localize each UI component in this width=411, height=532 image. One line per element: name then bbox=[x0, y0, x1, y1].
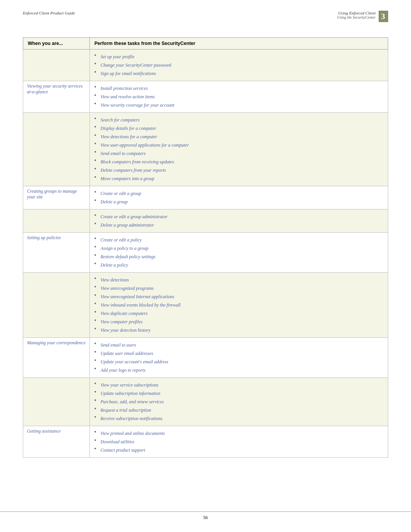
task-item: Delete a group administrator bbox=[94, 221, 384, 229]
task-item: Update user email addresses bbox=[94, 349, 384, 358]
header-main-title: Using Enforced Client bbox=[337, 11, 376, 15]
row-tasks-5: Create or edit a policyAssign a policy t… bbox=[90, 233, 388, 273]
task-item: Download utilities bbox=[94, 438, 384, 446]
row-label-8 bbox=[23, 378, 90, 426]
task-item: Update subscription information bbox=[94, 389, 384, 398]
task-item: View your service subscriptions bbox=[94, 381, 384, 389]
task-item: View inbound events blocked by the firew… bbox=[94, 301, 384, 309]
row-label-4 bbox=[23, 209, 90, 233]
page-footer: 56 bbox=[0, 511, 411, 521]
task-item: Create or edit a group bbox=[94, 189, 384, 198]
task-item: Send email to users bbox=[94, 341, 384, 349]
task-item: View security coverage for your account bbox=[94, 101, 384, 109]
row-label-3: Creating groups to manage your site bbox=[23, 186, 90, 209]
task-item: View detections bbox=[94, 276, 384, 284]
task-item: Delete computers from your reports bbox=[94, 166, 384, 174]
col1-header: When you are... bbox=[23, 38, 90, 50]
header-sub-title: Using the SecurityCenter bbox=[337, 15, 376, 19]
tasks-table: When you are... Perform these tasks from… bbox=[23, 37, 388, 458]
row-tasks-4: Create or edit a group administratorDele… bbox=[90, 209, 388, 233]
task-item: Block computers from receiving updates bbox=[94, 158, 384, 166]
row-label-9: Getting assistance bbox=[23, 426, 90, 458]
task-item: View unrecognized programs bbox=[94, 284, 384, 292]
task-item: Search for computers bbox=[94, 116, 384, 124]
task-item: Update your account's email address bbox=[94, 358, 384, 366]
task-item: View and resolve action items bbox=[94, 93, 384, 101]
task-item: Purchase, add, and renew services bbox=[94, 398, 384, 406]
task-item: Change your SecurityCenter password bbox=[94, 61, 384, 69]
task-item: Restore default policy settings bbox=[94, 252, 384, 261]
row-tasks-2: Search for computersDisplay details for … bbox=[90, 113, 388, 186]
row-label-7: Managing your correspondence bbox=[23, 338, 90, 378]
task-item: View computer profiles bbox=[94, 318, 384, 326]
page-header: Enforced Client Product Guide Using Enfo… bbox=[0, 0, 411, 26]
row-label-6 bbox=[23, 273, 90, 338]
page-content: When you are... Perform these tasks from… bbox=[0, 26, 411, 481]
task-item: View printed and online documents bbox=[94, 429, 384, 438]
row-label-2 bbox=[23, 113, 90, 186]
row-tasks-9: View printed and online documentsDownloa… bbox=[90, 426, 388, 458]
row-tasks-7: Send email to usersUpdate user email add… bbox=[90, 338, 388, 378]
task-item: Assign a policy to a group bbox=[94, 244, 384, 252]
task-item: View user-approved applications for a co… bbox=[94, 141, 384, 149]
header-left: Enforced Client Product Guide bbox=[23, 11, 75, 15]
task-item: Move computers into a group bbox=[94, 174, 384, 183]
task-item: Install protection services bbox=[94, 84, 384, 93]
row-tasks-1: Install protection servicesView and reso… bbox=[90, 81, 388, 113]
task-item: Request a trial subscription bbox=[94, 406, 384, 414]
task-item: Send email to computers bbox=[94, 149, 384, 158]
footer-page-number: 56 bbox=[203, 515, 208, 520]
row-tasks-0: Set up your profileChange your SecurityC… bbox=[90, 50, 388, 81]
task-item: Create or edit a group administrator bbox=[94, 212, 384, 221]
row-label-1: Viewing your security services at-a-glan… bbox=[23, 81, 90, 113]
row-tasks-3: Create or edit a groupDelete a group bbox=[90, 186, 388, 209]
task-item: Sign up for email notifications bbox=[94, 69, 384, 78]
col2-header: Perform these tasks from the SecurityCen… bbox=[90, 38, 388, 50]
task-item: Add your logo to reports bbox=[94, 366, 384, 374]
task-item: Display details for a computer bbox=[94, 124, 384, 133]
header-right: Using Enforced Client Using the Security… bbox=[337, 11, 388, 22]
row-label-5: Setting up policies bbox=[23, 233, 90, 273]
task-item: View duplicate computers bbox=[94, 309, 384, 318]
row-tasks-6: View detectionsView unrecognized program… bbox=[90, 273, 388, 338]
chapter-number-badge: 3 bbox=[379, 11, 388, 22]
header-right-text: Using Enforced Client Using the Security… bbox=[337, 11, 376, 19]
task-item: View unrecognized Internet applications bbox=[94, 292, 384, 301]
task-item: Receive subscription notifications bbox=[94, 414, 384, 423]
task-item: View detections for a computer bbox=[94, 133, 384, 141]
task-item: Delete a group bbox=[94, 198, 384, 206]
row-tasks-8: View your service subscriptionsUpdate su… bbox=[90, 378, 388, 426]
row-label-0 bbox=[23, 50, 90, 81]
task-item: Create or edit a policy bbox=[94, 236, 384, 244]
task-item: Set up your profile bbox=[94, 53, 384, 61]
task-item: Contact product support bbox=[94, 446, 384, 454]
task-item: Delete a policy bbox=[94, 261, 384, 269]
task-item: View your detection history bbox=[94, 326, 384, 334]
